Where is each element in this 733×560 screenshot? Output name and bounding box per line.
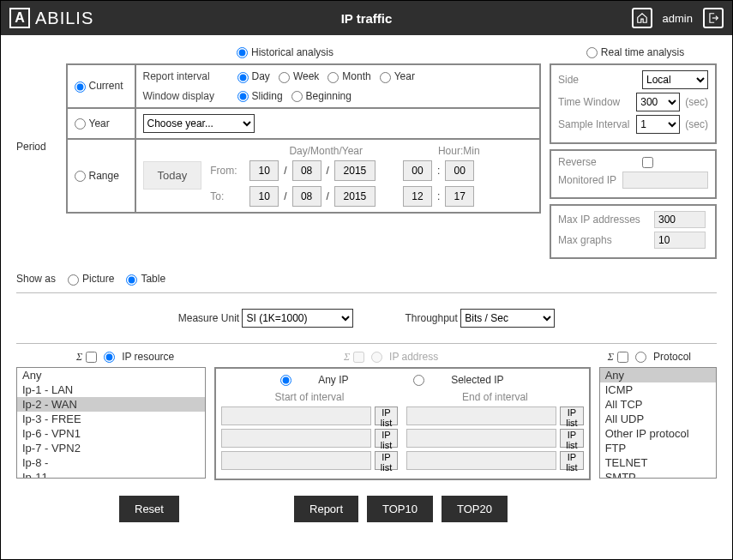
- throughput-label: Throughput: [405, 312, 457, 324]
- list-item[interactable]: All TCP: [600, 397, 716, 412]
- list-item[interactable]: Other IP protocol: [600, 426, 716, 441]
- period-current-label: Current: [89, 80, 123, 92]
- list-item[interactable]: Ip-8 -: [17, 455, 205, 470]
- side-label: Side: [558, 74, 637, 86]
- realtime-analysis-label: Real time analysis: [601, 46, 684, 58]
- list-item[interactable]: Any: [600, 368, 716, 382]
- list-item[interactable]: All UDP: [600, 412, 716, 426]
- list-item[interactable]: Ip-6 - VPN1: [17, 426, 205, 441]
- list-item[interactable]: Ip-2 - WAN: [17, 397, 205, 412]
- to-min-input[interactable]: [445, 186, 474, 207]
- any-ip-radio[interactable]: [280, 375, 291, 386]
- period-range-radio[interactable]: [75, 171, 86, 182]
- showas-picture-radio[interactable]: [68, 274, 79, 286]
- from-min-input[interactable]: [445, 160, 474, 181]
- start-interval-label: Start of interval: [221, 391, 398, 403]
- report-month-radio[interactable]: [327, 72, 339, 83]
- monitored-ip-input[interactable]: [622, 172, 708, 189]
- start-ip-input-2[interactable]: [221, 429, 371, 448]
- logo-text: ABILIS: [35, 9, 93, 28]
- ip-resource-list[interactable]: AnyIp-1 - LANIp-2 - WANIp-3 - FREEIp-6 -…: [16, 367, 206, 479]
- time-window-select[interactable]: 300: [636, 93, 680, 111]
- list-item[interactable]: Ip-3 - FREE: [17, 412, 205, 426]
- report-week-radio[interactable]: [279, 72, 290, 83]
- top20-button[interactable]: TOP20: [442, 496, 508, 522]
- iplist-button[interactable]: IP list: [560, 451, 583, 470]
- window-display-label: Window display: [143, 90, 229, 102]
- protocol-list[interactable]: AnyICMPAll TCPAll UDPOther IP protocolFT…: [599, 367, 717, 479]
- period-current-radio[interactable]: [75, 81, 86, 93]
- to-year-input[interactable]: [334, 186, 376, 207]
- max-ip-input[interactable]: [654, 211, 706, 228]
- selected-ip-radio[interactable]: [413, 375, 424, 386]
- list-item[interactable]: ICMP: [600, 382, 716, 397]
- period-range-label: Range: [89, 170, 119, 182]
- time-window-label: Time Window: [558, 96, 631, 108]
- page-title: IP traffic: [341, 11, 393, 26]
- from-month-input[interactable]: [292, 160, 321, 181]
- home-icon[interactable]: [632, 8, 652, 28]
- period-table: Current Report interval Day Week Month Y…: [66, 63, 541, 214]
- end-ip-input-2[interactable]: [406, 429, 556, 448]
- iplist-button[interactable]: IP list: [560, 429, 583, 448]
- window-beginning-radio[interactable]: [291, 91, 303, 102]
- to-day-input[interactable]: [249, 186, 279, 207]
- iplist-button[interactable]: IP list: [560, 406, 583, 425]
- from-hour-input[interactable]: [403, 160, 432, 181]
- sigma-ip-address-checkbox: [353, 352, 364, 363]
- showas-table-radio[interactable]: [126, 274, 137, 286]
- sigma-protocol-checkbox[interactable]: [617, 352, 628, 363]
- window-sliding-radio[interactable]: [237, 91, 249, 102]
- to-hour-input[interactable]: [403, 186, 432, 207]
- reverse-checkbox[interactable]: [642, 157, 653, 168]
- top10-button[interactable]: TOP10: [367, 496, 433, 522]
- from-day-input[interactable]: [249, 160, 279, 181]
- iplist-button[interactable]: IP list: [375, 406, 398, 425]
- end-ip-input-1[interactable]: [406, 406, 556, 425]
- reset-button[interactable]: Reset: [119, 496, 179, 522]
- end-ip-input-3[interactable]: [406, 451, 556, 470]
- period-year-radio[interactable]: [75, 118, 86, 129]
- today-button[interactable]: Today: [143, 161, 202, 190]
- period-year-label: Year: [89, 117, 110, 129]
- list-item[interactable]: Any: [17, 368, 205, 382]
- iplist-button[interactable]: IP list: [375, 451, 398, 470]
- logo-icon: A: [9, 8, 30, 28]
- throughput-select[interactable]: Bits / Sec: [460, 309, 555, 328]
- list-item[interactable]: TELNET: [600, 455, 716, 470]
- start-ip-input-3[interactable]: [221, 451, 371, 470]
- iplist-button[interactable]: IP list: [375, 429, 398, 448]
- report-year-radio[interactable]: [380, 72, 391, 83]
- ip-address-label: IP address: [389, 351, 438, 363]
- ip-resource-label: IP resource: [122, 351, 174, 363]
- report-interval-label: Report interval: [143, 70, 229, 82]
- list-item[interactable]: Ip-7 - VPN2: [17, 441, 205, 455]
- historical-analysis-radio[interactable]: [237, 47, 248, 58]
- period-label: Period: [16, 63, 57, 153]
- list-item[interactable]: FTP: [600, 441, 716, 455]
- list-item[interactable]: Ip-1 - LAN: [17, 382, 205, 397]
- report-button[interactable]: Report: [294, 496, 358, 522]
- sample-interval-select[interactable]: 1: [636, 115, 680, 134]
- from-label: From:: [210, 165, 244, 177]
- sigma-ip-resource-checkbox[interactable]: [86, 352, 97, 363]
- historical-analysis-label: Historical analysis: [251, 46, 333, 58]
- from-year-input[interactable]: [334, 160, 376, 181]
- start-ip-input-1[interactable]: [221, 406, 371, 425]
- reverse-label: Reverse: [558, 156, 637, 168]
- to-month-input[interactable]: [292, 186, 321, 207]
- logout-icon[interactable]: [703, 8, 724, 28]
- max-graphs-input[interactable]: [654, 232, 706, 249]
- list-item[interactable]: Ip-11 -: [17, 470, 205, 479]
- max-ip-label: Max IP addresses: [558, 214, 649, 226]
- realtime-analysis-radio[interactable]: [586, 47, 598, 58]
- measure-unit-select[interactable]: SI (1K=1000): [242, 309, 353, 328]
- list-item[interactable]: SMTP: [600, 470, 716, 479]
- ip-resource-radio[interactable]: [104, 352, 115, 363]
- protocol-radio[interactable]: [635, 352, 646, 363]
- choose-year-select[interactable]: Choose year...: [143, 114, 255, 133]
- dmy-header: Day/Month/Year: [261, 145, 390, 157]
- report-day-radio[interactable]: [237, 72, 249, 83]
- side-box-3: Max IP addresses Max graphs: [550, 204, 717, 259]
- side-select[interactable]: Local: [642, 70, 708, 89]
